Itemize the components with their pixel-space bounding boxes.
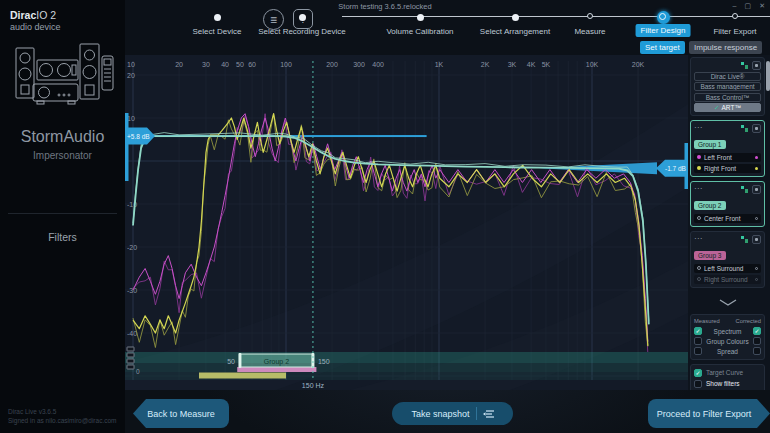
bass-range-bar[interactable] <box>237 367 316 372</box>
checkbox[interactable] <box>694 380 702 388</box>
matrix-col-measured: Measured <box>694 318 720 324</box>
group-menu-icon[interactable]: ⋯ <box>694 125 703 131</box>
matrix-row-label: Spread <box>702 348 753 355</box>
frequency-response-chart[interactable]: 1020304050601002003004001K2K3K4K5K10K20K… <box>125 55 688 390</box>
processing-item-bass-control-[interactable]: Bass Control™ <box>694 93 761 102</box>
channel-marker <box>697 266 701 270</box>
equalizer-icon <box>740 235 749 244</box>
band-handle-stack[interactable] <box>127 347 134 351</box>
group-card-group-2[interactable]: ⋯ Group 2 Center Front <box>690 181 765 227</box>
logo-subtitle: audio device <box>10 22 61 33</box>
y-tick-label: -40 <box>127 330 137 337</box>
channel-row-center-front[interactable]: Center Front <box>694 214 761 224</box>
group-card-group-1[interactable]: ⋯ Group 1 Left Front Right Front <box>690 120 765 177</box>
channel-label: Center Front <box>704 215 741 222</box>
y-tick-label: -30 <box>127 287 137 294</box>
processing-item-dirac-live-[interactable]: Dirac Live® <box>694 72 761 81</box>
slider-handle-left[interactable] <box>238 353 241 368</box>
step-dot-select-recording-device[interactable] <box>299 14 306 21</box>
solo-button[interactable] <box>752 185 761 194</box>
solo-button[interactable] <box>752 124 761 133</box>
checkbox[interactable]: ✓ <box>753 327 761 335</box>
group-menu-icon[interactable]: ⋯ <box>694 186 703 192</box>
x-tick-label: 40 <box>221 61 229 68</box>
channel-marker <box>755 217 759 221</box>
step-dot-volume-calibration[interactable] <box>417 14 424 21</box>
processing-item-art-[interactable]: ✓ART™ <box>694 103 761 112</box>
step-label-measure[interactable]: Measure <box>530 27 650 36</box>
step-label-filter-export[interactable]: Filter Export <box>675 27 770 36</box>
x-tick-label: 10K <box>586 61 599 68</box>
channel-row-left-front[interactable]: Left Front <box>694 153 761 163</box>
matrix-row-label: Spectrum <box>702 328 753 335</box>
band-handle-stack[interactable] <box>127 353 134 357</box>
dirac-logo: DiracIO 2 audio device <box>10 8 61 33</box>
step-dot-filter-export[interactable] <box>732 13 738 19</box>
processing-card: Dirac Live®Bass managementBass Control™✓… <box>690 57 765 116</box>
step-dot-measure[interactable] <box>587 13 593 19</box>
checkbox[interactable]: ✓ <box>694 327 702 335</box>
x-tick-label: 400 <box>372 61 384 68</box>
expand-groups-button[interactable] <box>690 292 765 310</box>
stepper-line <box>342 16 770 17</box>
sidebar-item-filters[interactable]: Filters <box>0 231 125 243</box>
solo-button[interactable] <box>752 235 761 244</box>
channel-marker <box>697 216 701 220</box>
channel-row-right-front[interactable]: Right Front <box>694 164 761 174</box>
step-label-select-recording-device[interactable]: Select Recording Device <box>242 27 362 36</box>
maximize-button[interactable]: ▢ <box>745 2 752 10</box>
option-row-target-curve: ✓Target Curve <box>694 367 761 378</box>
app-version-info: Dirac Live v3.6.5 Signed in as nilo.casi… <box>8 407 116 425</box>
checkbox[interactable] <box>753 337 761 345</box>
checkbox[interactable]: ✓ <box>694 369 702 377</box>
group-menu-icon[interactable]: ⋯ <box>694 236 703 242</box>
left-axis-handle[interactable] <box>125 113 129 181</box>
x-tick-label: 4K <box>527 61 536 68</box>
matrix-row-spread: Spread <box>694 346 761 356</box>
group-chip: Group 2 <box>694 201 726 210</box>
minimize-button[interactable]: – <box>733 2 737 10</box>
y-tick-label: 20 <box>127 72 135 79</box>
band-handle-stack[interactable] <box>127 365 134 369</box>
checkbox[interactable] <box>753 347 761 355</box>
checkbox[interactable] <box>694 347 702 355</box>
checkbox[interactable] <box>694 337 702 345</box>
channel-marker <box>755 267 759 271</box>
logo-brand: Dirac <box>10 9 36 21</box>
chevron-down-icon <box>718 299 738 306</box>
channel-marker <box>755 167 759 171</box>
right-flag-label: -1.7 dB <box>665 165 686 172</box>
step-dot-select-device[interactable] <box>214 14 221 21</box>
window-controls: – ▢ ✕ <box>733 2 765 10</box>
band-handle-stack[interactable] <box>127 359 134 363</box>
tab-set-target[interactable]: Set target <box>640 41 685 54</box>
bass-range-bar[interactable] <box>199 373 286 379</box>
slider-min-label: 50 <box>227 358 235 365</box>
channel-marker <box>755 278 759 282</box>
group-card-group-3[interactable]: ⋯ Group 3 Left Surround Right Surround <box>690 231 765 288</box>
x-tick-label: 20 <box>175 61 183 68</box>
processing-item-bass-management[interactable]: Bass management <box>694 82 761 91</box>
slider-handle-right[interactable] <box>311 353 314 368</box>
matrix-col-corrected: Corrected <box>736 318 761 324</box>
option-label: Show filters <box>706 380 740 387</box>
channel-marker <box>755 156 759 160</box>
logo-suffix: IO 2 <box>36 9 56 21</box>
version-label: Dirac Live v3.6.5 <box>8 407 116 416</box>
channel-row-right-surround[interactable]: Right Surround <box>694 275 761 285</box>
slider-max-label: 150 <box>318 358 330 365</box>
back-to-measure-button[interactable]: Back to Measure <box>133 399 229 428</box>
solo-button[interactable] <box>752 61 761 70</box>
take-snapshot-button[interactable]: Take snapshot <box>392 402 513 425</box>
x-tick-label: 20K <box>632 61 645 68</box>
group-slider-label: Group 2 <box>264 358 289 366</box>
scrollbar-thumb[interactable] <box>766 61 770 91</box>
close-button[interactable]: ✕ <box>759 2 765 10</box>
proceed-to-filter-export-button[interactable]: Proceed to Filter Export <box>648 399 770 428</box>
x-tick-label: 1K <box>435 61 444 68</box>
channel-row-left-surround[interactable]: Left Surround <box>694 264 761 274</box>
snapshot-history-icon <box>483 409 494 419</box>
step-dot-select-arrangement[interactable] <box>512 14 519 21</box>
step-dot-filter-design[interactable] <box>657 11 670 24</box>
tab-impulse-response[interactable]: Impulse response <box>689 41 762 54</box>
